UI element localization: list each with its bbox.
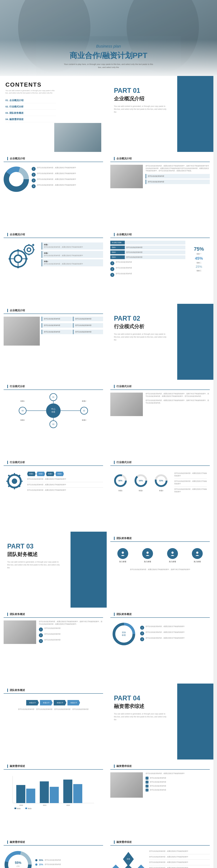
person-icon-4 bbox=[194, 551, 200, 556]
svg-rect-76 bbox=[16, 785, 25, 803]
donut-label-1: 标题1 bbox=[113, 490, 128, 492]
svg-rect-87 bbox=[25, 808, 27, 809]
header-title-2: 企业概况介绍 bbox=[117, 157, 132, 160]
svg-text:数据2: 数据2 bbox=[28, 808, 32, 809]
hex-row: 标题1 标题2 标题3 标题4 bbox=[27, 472, 103, 476]
tuandui-arrow-slide: 团队财务概述 标题文字 标题文字 标题文字 标题文字 您可以在此处添加内容 您可… bbox=[0, 684, 107, 760]
tuandui-handshake-slide: 团队财务概述 您可以在此处添加内容，或通过您的文字粘贴到此框中，选择只有文字粘贴… bbox=[0, 608, 107, 684]
row-1: CONTENTS You can add content is generate… bbox=[0, 76, 217, 152]
join-icon-2 bbox=[142, 548, 153, 559]
legend-1: 55% 您可以在此处添加内容 bbox=[35, 859, 103, 862]
tcv-4: 您可以在此处添加内容 bbox=[125, 255, 185, 259]
cover-en-title: Business plan bbox=[0, 44, 217, 49]
header-accent-6 bbox=[7, 385, 8, 388]
hex-3: 标题3 bbox=[46, 472, 55, 476]
part04-section-slide: PART 04 融资需求综述 You can add content is ge… bbox=[107, 684, 213, 760]
gears-diagram bbox=[4, 243, 40, 279]
part03-right-accent bbox=[70, 532, 107, 608]
qiye-gears-slide: 企业概况介绍 bbox=[0, 228, 107, 304]
sep-diamond-3 bbox=[149, 865, 210, 865]
rongzi-bar-content: 2020 2021 2022 数据1 数据2 bbox=[4, 772, 103, 813]
header-accent-4 bbox=[114, 233, 115, 236]
svg-rect-85 bbox=[14, 808, 16, 809]
part04-title: 融资需求综述 bbox=[114, 703, 170, 710]
rongzi-pie-svg: 55% 占比 bbox=[4, 850, 33, 868]
circ-item-1: 1 您可以在此处添加内容，或通过您的文字粘贴到此框中 bbox=[140, 625, 210, 630]
svg-text:03: 03 bbox=[52, 423, 55, 425]
qiye-bar-slide: 企业概况介绍 专业能力指标 指标1 您可以在此处添加内容 指标2 您可以在此处添… bbox=[107, 228, 213, 304]
donut-2: 64% 标题2 bbox=[134, 473, 148, 492]
tag-2: 您可以在此处添加内容 bbox=[146, 180, 210, 184]
arrow-desc-1: 您可以在此处添加内容 bbox=[18, 708, 34, 711]
svg-marker-101 bbox=[135, 865, 147, 868]
header-title-17: 融资需求综述 bbox=[117, 840, 132, 844]
sep-1 bbox=[27, 482, 103, 482]
gears-header: 企业概况介绍 bbox=[4, 231, 103, 238]
header-accent-12 bbox=[114, 613, 115, 616]
large-gear bbox=[4, 470, 25, 493]
td-item-1: 1 您可以在此处添加内容 bbox=[39, 627, 103, 631]
donut-label-2: 标题2 bbox=[134, 490, 148, 492]
qiye-header-2: 企业概况介绍 bbox=[110, 156, 210, 162]
contents-item-1: 01. 企业概况介绍 bbox=[5, 98, 56, 103]
tuandui-header-1: 团队财务概述 bbox=[110, 535, 210, 542]
laptop-tag-2: 您可以在此处添加内容 bbox=[73, 317, 103, 321]
rongzi-image-slide: 融资需求综述 您可以在此处添加内容，或通过您的文字粘贴到此框中 ✓ 您可以在此处… bbox=[107, 760, 213, 835]
header-title-15: 融资需求综述 bbox=[117, 765, 132, 768]
td-num-1: 1 bbox=[39, 627, 43, 631]
contents-image bbox=[54, 123, 101, 152]
header-accent bbox=[7, 157, 8, 160]
svg-point-24 bbox=[46, 403, 61, 418]
svg-text:标题4: 标题4 bbox=[20, 419, 25, 421]
team-image bbox=[110, 165, 143, 188]
rongzi-image bbox=[110, 772, 143, 798]
contents-label-3: 团队财务概述 bbox=[9, 112, 24, 114]
ni-num-3: 3 bbox=[110, 273, 114, 277]
td-item-2: 2 您可以在此处添加内容 bbox=[39, 633, 103, 637]
join-labels: 加入标签 加入标签 加入标签 bbox=[110, 545, 210, 566]
diamond-svg: 标题 标题 标题 标题 标题 bbox=[110, 850, 147, 868]
diamond-desc-3: 您可以在此处添加内容，或通过您的文字粘贴到此框中 bbox=[149, 861, 210, 864]
bar-content: 专业能力指标 指标1 您可以在此处添加内容 指标2 您可以在此处添加内容 指标3… bbox=[110, 241, 210, 278]
laptop-tag-3: 您可以在此处添加内容 bbox=[41, 323, 72, 328]
penta-4: 标题文字 bbox=[67, 700, 80, 706]
svg-text:2021: 2021 bbox=[43, 804, 46, 806]
gears-labels: 标题1 您可以在此处添加内容，或通过您的文字粘贴到此框中 标题2 您可以在此处添… bbox=[41, 243, 103, 279]
header-title-16: 融资需求综述 bbox=[10, 840, 25, 844]
legend-text-1: 您可以在此处添加内容 bbox=[45, 859, 61, 862]
header-title-13: 团队财务概述 bbox=[10, 689, 25, 692]
laptop-grid: 您可以在此处添加内容 您可以在此处添加内容 您可以在此处添加内容 您可以在此处添… bbox=[41, 317, 103, 335]
qiye-item-4: 4 您可以在此处添加内容，或通过您的文字粘贴到此框中 bbox=[32, 184, 103, 188]
hangye-image-slide: 行业模式分析 您可以在此处添加内容，或通过您的文字粘贴到此框中，选择只有文字粘贴… bbox=[107, 380, 213, 456]
donut-right-text: 您可以在此处添加内容，或通过您的文字粘贴到此框中 您可以在此处添加内容，或通过您… bbox=[174, 472, 207, 493]
rongzi-header-2: 融资需求综述 bbox=[110, 763, 210, 770]
contents-slide: CONTENTS You can add content is generate… bbox=[0, 76, 107, 152]
part01-right-accent bbox=[177, 76, 213, 152]
svg-rect-79 bbox=[50, 787, 59, 803]
join-label-4: 加入标签 bbox=[192, 560, 203, 563]
circ-text-3: 您可以在此处添加内容，或通过您的文字粘贴到此框中 bbox=[146, 637, 185, 640]
svg-rect-16 bbox=[25, 258, 28, 260]
circular-content: 添加 标签 1 您可以在此处添加内容，或通过您的文字粘贴到此框中 2 您可以在此… bbox=[110, 620, 210, 648]
tuandui-items: 1 您可以在此处添加内容 2 您可以在此处添加内容 3 您可以在此处添加内容 bbox=[39, 627, 103, 643]
td-text-1: 您可以在此处添加内容 bbox=[44, 627, 61, 630]
cover-subtitle: Your content to play here, or through yo… bbox=[63, 63, 154, 69]
circ-text-2: 您可以在此处添加内容，或通过您的文字粘贴到此框中 bbox=[146, 631, 185, 633]
qiye-tags: 您可以在此处添加内容 您可以在此处添加内容 bbox=[146, 174, 210, 184]
qiye-items: 1 您可以在此处添加内容，或通过您的文字粘贴到此框中 2 您可以在此处添加内容，… bbox=[29, 166, 103, 190]
table-row-3: 指标3 您可以在此处添加内容 bbox=[110, 255, 185, 259]
laptop-image bbox=[4, 317, 40, 346]
part02-left: PART 02 行业模式分析 You can add content is ge… bbox=[107, 304, 177, 380]
hex-list: 标题1 标题2 标题3 标题4 您可以在此处添加内容，或通过您的文字粘贴到此框中… bbox=[27, 472, 103, 492]
svg-text:添加: 添加 bbox=[122, 631, 126, 633]
tcl-2: 指标1 bbox=[110, 246, 125, 249]
diamond-desc: 您可以在此处添加内容，或通过您的文字粘贴到此框中 bbox=[149, 850, 210, 852]
handshake-image bbox=[4, 620, 36, 644]
row-5: 行业模式分析 中心 标题 01 02 03 bbox=[0, 380, 217, 456]
header-accent-13 bbox=[7, 689, 8, 692]
header-accent-3 bbox=[7, 233, 8, 236]
join-4: 加入标签 bbox=[192, 548, 203, 563]
rongzi-bar-svg: 2020 2021 2022 数据1 数据2 bbox=[4, 774, 98, 810]
part02-number: PART 02 bbox=[114, 315, 170, 322]
diamond-text: 您可以在此处添加内容，或通过您的文字粘贴到此框中 您可以在此处添加内容，或通过您… bbox=[149, 850, 210, 868]
